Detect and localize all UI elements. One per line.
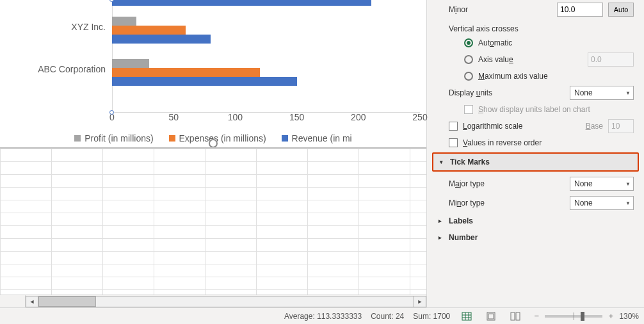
log-scale-row[interactable]: Logarithmic scale Base <box>427 117 644 136</box>
option-automatic[interactable]: Automatic <box>427 36 644 50</box>
scroll-right-button[interactable]: ► <box>414 296 426 307</box>
radio-icon <box>464 38 473 47</box>
minor-label: Minor <box>449 5 552 14</box>
category-label-xyz: XYZ Inc. <box>0 22 106 32</box>
status-count: Count: 24 <box>371 312 404 321</box>
option-axis-value[interactable]: Axis value <box>427 50 644 69</box>
horizontal-scrollbar: ◄ ► <box>0 295 426 307</box>
legend-profit: Profit (in millions) <box>85 133 153 143</box>
xtick: 150 <box>289 112 304 122</box>
view-page-break-button[interactable] <box>508 310 523 323</box>
checkbox-icon <box>464 105 473 114</box>
page-layout-icon <box>486 312 496 321</box>
reverse-order-row[interactable]: Values in reverse order <box>427 136 644 150</box>
bar-revenue-row3[interactable] <box>112 0 371 6</box>
split-handle[interactable] <box>209 139 218 148</box>
svg-rect-8 <box>516 312 520 320</box>
bar-profit-xyz[interactable] <box>112 17 136 26</box>
status-bar: Average: 113.3333333 Count: 24 Sum: 1700… <box>0 307 644 324</box>
svg-rect-6 <box>488 314 494 319</box>
svg-rect-0 <box>462 312 471 320</box>
zoom-out-button[interactable]: − <box>532 312 541 321</box>
bar-revenue-abc[interactable] <box>112 77 297 86</box>
minor-type-row: Minor type None <box>427 193 644 213</box>
worksheet-grid[interactable] <box>0 147 426 295</box>
format-axis-pane: Minor Auto Vertical axis crosses Automat… <box>426 0 644 307</box>
chevron-right-icon: ▸ <box>439 234 445 241</box>
scroll-thumb[interactable] <box>38 296 96 307</box>
section-labels[interactable]: ▸ Labels <box>427 213 644 229</box>
grid-icon <box>462 312 472 321</box>
scroll-track[interactable] <box>38 296 414 307</box>
chevron-down-icon: ▾ <box>440 159 446 165</box>
zoom-in-button[interactable]: + <box>606 312 615 321</box>
axis-value-input[interactable] <box>588 53 634 67</box>
vertical-axis-crosses-label: Vertical axis crosses <box>427 19 644 36</box>
major-type-combo[interactable]: None <box>570 177 634 191</box>
view-normal-button[interactable] <box>459 310 474 323</box>
section-tick-marks[interactable]: ▾ Tick Marks <box>432 152 639 172</box>
base-label: Base <box>586 122 603 131</box>
chart-area: ABC Corporation XYZ Inc. <box>0 0 426 147</box>
display-units-combo[interactable]: None <box>570 86 634 100</box>
option-maximum-axis-value[interactable]: Maximum axis value <box>427 69 644 83</box>
major-type-row: Major type None <box>427 174 644 193</box>
display-units-row: Display units None <box>427 83 644 102</box>
bar-expenses-xyz[interactable] <box>112 26 186 35</box>
xtick: 250 <box>412 112 427 122</box>
show-units-label-row: Show display units label on chart <box>427 102 644 117</box>
zoom-level[interactable]: 130% <box>619 312 639 321</box>
value-axis-ticks: 0 50 100 150 200 250 <box>112 112 420 131</box>
svg-rect-7 <box>511 312 515 320</box>
zoom-slider[interactable] <box>545 315 602 318</box>
checkbox-icon <box>449 138 458 147</box>
minor-row: Minor Auto <box>427 0 644 19</box>
zoom-control: − + 130% <box>532 312 639 321</box>
status-average: Average: 113.3333333 <box>284 312 362 321</box>
bar-revenue-xyz[interactable] <box>112 35 211 44</box>
xtick: 0 <box>109 112 115 122</box>
minor-type-combo[interactable]: None <box>570 196 634 210</box>
radio-icon <box>464 55 473 64</box>
bar-profit-abc[interactable] <box>112 59 149 68</box>
category-label-abc: ABC Corporation <box>0 64 106 74</box>
scroll-left-button[interactable]: ◄ <box>26 296 38 307</box>
legend-revenue: Revenue (in mi <box>292 133 352 143</box>
status-sum: Sum: 1700 <box>413 312 450 321</box>
view-page-layout-button[interactable] <box>483 310 499 323</box>
section-number[interactable]: ▸ Number <box>427 229 644 246</box>
xtick: 200 <box>351 112 366 122</box>
minor-input[interactable] <box>557 3 603 17</box>
log-base-input <box>608 119 634 133</box>
zoom-thumb[interactable] <box>581 312 584 321</box>
xtick: 50 <box>168 112 179 122</box>
xtick: 100 <box>228 112 243 122</box>
legend-expenses: Expenses (in millions) <box>179 133 266 143</box>
radio-icon <box>464 72 473 81</box>
bar-expenses-abc[interactable] <box>112 68 260 77</box>
chart-plot-area[interactable] <box>112 0 420 112</box>
minor-auto-button[interactable]: Auto <box>608 3 634 17</box>
chevron-right-icon: ▸ <box>439 218 445 224</box>
checkbox-icon <box>449 122 458 131</box>
page-break-icon <box>510 312 520 321</box>
